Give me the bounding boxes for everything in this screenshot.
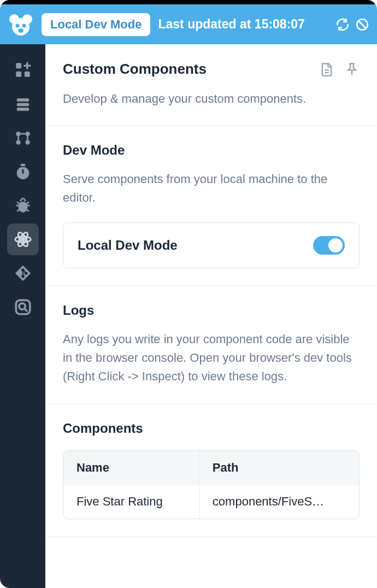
components-section: Components Name Path Five Star Rating co… bbox=[45, 404, 377, 537]
components-title: Components bbox=[63, 421, 360, 436]
svg-point-15 bbox=[25, 132, 30, 137]
header-bar: Local Dev Mode Last updated at 15:08:07 bbox=[0, 4, 377, 44]
dev-mode-toggle-label: Local Dev Mode bbox=[78, 238, 178, 253]
window-titlebar bbox=[0, 0, 377, 4]
toggle-knob bbox=[328, 238, 343, 252]
table-header: Name Path bbox=[63, 451, 359, 485]
docs-icon[interactable] bbox=[319, 62, 334, 77]
logs-subtitle: Any logs you write in your component cod… bbox=[63, 330, 360, 386]
svg-point-16 bbox=[16, 140, 21, 145]
custom-components-title: Custom Components bbox=[63, 61, 207, 78]
svg-point-5 bbox=[18, 28, 23, 33]
th-name: Name bbox=[63, 451, 199, 485]
disable-icon[interactable] bbox=[355, 17, 369, 32]
td-path: components/FiveS… bbox=[199, 485, 359, 519]
refresh-icon[interactable] bbox=[335, 17, 350, 32]
svg-point-21 bbox=[21, 238, 25, 241]
main-content: Custom Components Develop & manage your … bbox=[45, 44, 377, 588]
svg-point-4 bbox=[22, 23, 26, 27]
svg-rect-9 bbox=[16, 72, 21, 77]
svg-point-3 bbox=[16, 23, 20, 27]
svg-rect-13 bbox=[16, 108, 29, 111]
sidebar-item-list[interactable] bbox=[7, 88, 39, 120]
components-table: Name Path Five Star Rating components/Fi… bbox=[63, 450, 360, 519]
svg-rect-10 bbox=[24, 72, 30, 77]
svg-point-2 bbox=[12, 18, 30, 36]
sidebar-item-timer[interactable] bbox=[7, 156, 39, 187]
svg-rect-28 bbox=[16, 300, 30, 314]
svg-rect-8 bbox=[16, 63, 21, 68]
table-row[interactable]: Five Star Rating components/FiveS… bbox=[63, 485, 359, 519]
dev-mode-title: Dev Mode bbox=[63, 143, 360, 158]
koala-logo-icon bbox=[8, 11, 34, 38]
dev-mode-subtitle: Serve components from your local machine… bbox=[63, 170, 360, 207]
dev-mode-toggle[interactable] bbox=[313, 236, 345, 255]
sidebar-item-atom[interactable] bbox=[7, 224, 39, 255]
last-updated-text: Last updated at 15:08:07 bbox=[158, 17, 328, 32]
svg-rect-11 bbox=[16, 98, 29, 102]
dev-mode-section: Dev Mode Serve components from your loca… bbox=[45, 126, 377, 286]
custom-components-subtitle: Develop & manage your custom components. bbox=[63, 90, 360, 108]
sidebar bbox=[0, 44, 45, 588]
custom-components-section: Custom Components Develop & manage your … bbox=[45, 44, 377, 126]
svg-point-26 bbox=[21, 275, 25, 278]
local-dev-mode-badge: Local Dev Mode bbox=[42, 13, 150, 36]
svg-rect-19 bbox=[20, 164, 25, 166]
sidebar-item-bug[interactable] bbox=[7, 190, 39, 221]
svg-point-14 bbox=[16, 132, 21, 137]
sidebar-item-search[interactable] bbox=[7, 291, 39, 323]
logs-section: Logs Any logs you write in your componen… bbox=[45, 286, 377, 404]
pin-icon[interactable] bbox=[344, 62, 360, 77]
sidebar-item-graph[interactable] bbox=[7, 122, 39, 154]
dev-mode-toggle-card: Local Dev Mode bbox=[63, 222, 360, 268]
svg-line-7 bbox=[359, 21, 366, 28]
td-name: Five Star Rating bbox=[63, 485, 199, 519]
sidebar-item-add-component[interactable] bbox=[7, 54, 39, 86]
sidebar-item-git[interactable] bbox=[7, 257, 39, 289]
svg-point-17 bbox=[25, 140, 30, 145]
th-path: Path bbox=[199, 451, 359, 485]
logs-title: Logs bbox=[63, 303, 360, 318]
svg-rect-12 bbox=[16, 103, 29, 107]
